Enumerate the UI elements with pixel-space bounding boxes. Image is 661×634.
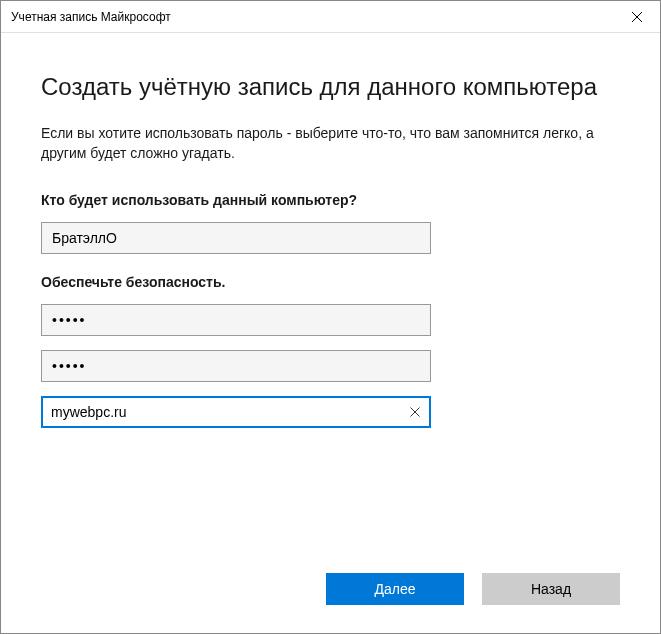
clear-hint-button[interactable] [401, 398, 429, 426]
back-button[interactable]: Назад [482, 573, 620, 605]
clear-icon [410, 407, 420, 417]
window-title: Учетная запись Майкрософт [11, 10, 171, 24]
password-confirm-input[interactable] [41, 350, 431, 382]
security-label: Обеспечьте безопасность. [41, 274, 620, 290]
username-label: Кто будет использовать данный компьютер? [41, 192, 620, 208]
next-button[interactable]: Далее [326, 573, 464, 605]
username-input[interactable] [41, 222, 431, 254]
password-input[interactable] [41, 304, 431, 336]
password-hint-input-wrap[interactable] [41, 396, 431, 428]
close-button[interactable] [614, 1, 660, 33]
footer-buttons: Далее Назад [326, 573, 620, 605]
content-area: Создать учётную запись для данного компь… [1, 33, 660, 428]
close-icon [632, 12, 642, 22]
titlebar: Учетная запись Майкрософт [1, 1, 660, 33]
page-heading: Создать учётную запись для данного компь… [41, 73, 620, 101]
page-description: Если вы хотите использовать пароль - выб… [41, 123, 620, 164]
password-hint-input[interactable] [43, 398, 401, 426]
